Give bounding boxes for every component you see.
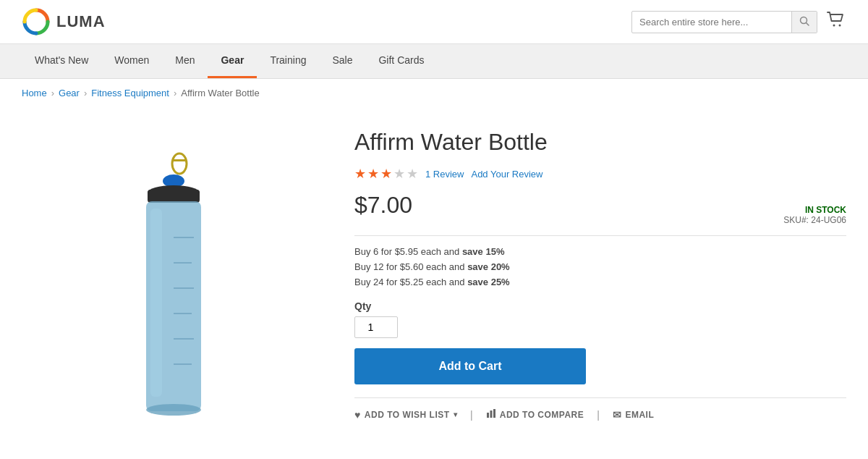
bottom-actions: ♥ ADD TO WISH LIST ▾ | ADD TO COMPARE | … bbox=[354, 397, 846, 421]
review-count-link[interactable]: 1 Review bbox=[425, 169, 464, 180]
bulk-price-2-text: Buy 12 for $5.60 each and bbox=[354, 261, 467, 272]
svg-rect-22 bbox=[493, 409, 495, 418]
qty-section: Qty bbox=[354, 300, 846, 338]
product-title: Affirm Water Bottle bbox=[354, 129, 846, 156]
bar-chart-icon bbox=[486, 408, 496, 418]
sku-value: 24-UG06 bbox=[811, 215, 846, 225]
svg-rect-10 bbox=[148, 190, 200, 203]
svg-rect-21 bbox=[490, 410, 492, 418]
bulk-price-1-text: Buy 6 for $5.95 each and bbox=[354, 246, 462, 257]
stock-status: IN STOCK bbox=[783, 205, 846, 215]
wishlist-label: ADD TO WISH LIST bbox=[365, 410, 450, 420]
heart-icon: ♥ bbox=[354, 409, 361, 421]
svg-rect-20 bbox=[487, 413, 489, 418]
breadcrumb-home[interactable]: Home bbox=[22, 88, 47, 98]
breadcrumb-gear[interactable]: Gear bbox=[59, 88, 80, 98]
bulk-price-3: Buy 24 for $5.25 each and save 25% bbox=[354, 277, 846, 287]
nav-link-men[interactable]: Men bbox=[162, 44, 208, 76]
nav-link-training[interactable]: Training bbox=[257, 44, 319, 76]
star-5: ★ bbox=[407, 166, 418, 182]
nav-item-gear[interactable]: Gear bbox=[208, 44, 257, 78]
product-price: $7.00 bbox=[354, 192, 412, 219]
sku: SKU#: 24-UG06 bbox=[783, 215, 846, 225]
qty-input[interactable] bbox=[354, 316, 398, 338]
logo-text: LUMA bbox=[56, 12, 106, 31]
breadcrumb-sep-3: › bbox=[174, 88, 176, 98]
star-rating: ★ ★ ★ ★ ★ bbox=[354, 166, 418, 182]
search-box[interactable] bbox=[631, 11, 817, 33]
svg-line-2 bbox=[807, 22, 809, 25]
bulk-price-1-savings: save 15% bbox=[462, 246, 505, 257]
bulk-price-2-savings: save 20% bbox=[467, 261, 510, 272]
breadcrumb: Home › Gear › Fitness Equipment › Affirm… bbox=[0, 79, 868, 107]
luma-logo-icon bbox=[22, 7, 51, 36]
nav-item-men[interactable]: Men bbox=[162, 44, 208, 78]
nav-link-gift-cards[interactable]: Gift Cards bbox=[365, 44, 437, 76]
nav-item-sale[interactable]: Sale bbox=[319, 44, 365, 78]
bulk-price-2: Buy 12 for $5.60 each and save 20% bbox=[354, 261, 846, 272]
breadcrumb-current: Affirm Water Bottle bbox=[181, 88, 259, 98]
nav-link-whats-new[interactable]: What's New bbox=[22, 44, 101, 76]
svg-point-4 bbox=[839, 25, 841, 27]
svg-point-19 bbox=[146, 404, 201, 416]
main-nav: What's New Women Men Gear Training Sale … bbox=[0, 44, 868, 79]
star-3: ★ bbox=[380, 166, 392, 182]
svg-rect-6 bbox=[172, 159, 187, 161]
cart-button[interactable] bbox=[826, 11, 846, 33]
breadcrumb-fitness-equipment[interactable]: Fitness Equipment bbox=[91, 88, 169, 98]
cart-icon bbox=[826, 11, 846, 28]
wishlist-link[interactable]: ♥ ADD TO WISH LIST ▾ bbox=[354, 409, 457, 421]
bulk-price-3-text: Buy 24 for $5.25 each and bbox=[354, 277, 467, 287]
nav-item-whats-new[interactable]: What's New bbox=[22, 44, 101, 78]
nav-item-women[interactable]: Women bbox=[101, 44, 162, 78]
rating-row: ★ ★ ★ ★ ★ 1 Review Add Your Review bbox=[354, 166, 846, 182]
nav-list: What's New Women Men Gear Training Sale … bbox=[0, 44, 868, 78]
bulk-pricing: Buy 6 for $5.95 each and save 15% Buy 12… bbox=[354, 246, 846, 287]
add-to-cart-button[interactable]: Add to Cart bbox=[354, 348, 586, 384]
search-button[interactable] bbox=[791, 12, 817, 33]
svg-point-5 bbox=[172, 153, 187, 174]
wishlist-dropdown-icon[interactable]: ▾ bbox=[454, 410, 458, 418]
main-content: Affirm Water Bottle ★ ★ ★ ★ ★ 1 Review A… bbox=[0, 107, 868, 455]
sku-label: SKU#: bbox=[783, 215, 809, 225]
action-separator-1: | bbox=[470, 409, 473, 421]
bulk-price-1: Buy 6 for $5.95 each and save 15% bbox=[354, 246, 846, 257]
star-2: ★ bbox=[367, 166, 379, 182]
product-image-area bbox=[22, 122, 326, 440]
header: LUMA bbox=[0, 0, 868, 44]
nav-link-sale[interactable]: Sale bbox=[319, 44, 365, 76]
product-image bbox=[58, 136, 289, 440]
nav-item-gift-cards[interactable]: Gift Cards bbox=[365, 44, 437, 78]
compare-link[interactable]: ADD TO COMPARE bbox=[486, 408, 584, 421]
svg-point-3 bbox=[833, 25, 835, 27]
compare-label: ADD TO COMPARE bbox=[500, 410, 584, 420]
product-image-svg bbox=[101, 143, 246, 433]
star-1: ★ bbox=[354, 166, 366, 182]
bulk-price-3-savings: save 25% bbox=[467, 277, 510, 287]
nav-item-training[interactable]: Training bbox=[257, 44, 319, 78]
svg-rect-8 bbox=[163, 180, 184, 184]
price-row: $7.00 IN STOCK SKU#: 24-UG06 bbox=[354, 192, 846, 236]
star-4: ★ bbox=[393, 166, 405, 182]
compare-icon bbox=[486, 408, 496, 421]
add-review-link[interactable]: Add Your Review bbox=[471, 169, 542, 180]
logo-area[interactable]: LUMA bbox=[22, 7, 106, 36]
search-icon bbox=[799, 16, 809, 26]
nav-link-gear[interactable]: Gear bbox=[208, 44, 257, 78]
breadcrumb-sep-2: › bbox=[84, 88, 87, 98]
nav-link-women[interactable]: Women bbox=[101, 44, 162, 76]
qty-label: Qty bbox=[354, 300, 846, 312]
stock-info: IN STOCK SKU#: 24-UG06 bbox=[783, 205, 846, 225]
product-details: Affirm Water Bottle ★ ★ ★ ★ ★ 1 Review A… bbox=[354, 122, 846, 440]
email-icon: ✉ bbox=[613, 409, 622, 421]
email-label: EMAIL bbox=[625, 410, 654, 420]
email-link[interactable]: ✉ EMAIL bbox=[613, 409, 654, 421]
header-right bbox=[631, 11, 846, 33]
svg-rect-12 bbox=[150, 209, 162, 397]
search-input[interactable] bbox=[632, 12, 791, 32]
action-separator-2: | bbox=[597, 409, 600, 421]
breadcrumb-sep-1: › bbox=[51, 88, 54, 98]
